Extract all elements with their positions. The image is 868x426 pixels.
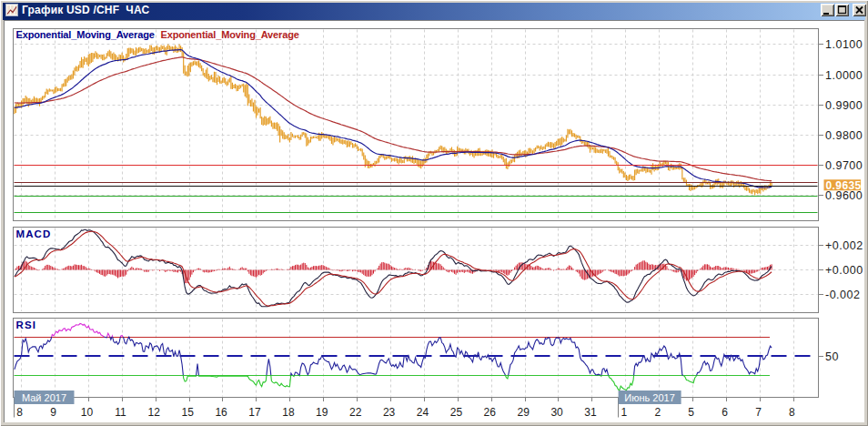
minimize-icon	[821, 4, 835, 16]
month-label: Май 2017	[22, 392, 66, 403]
maximize-button[interactable]	[835, 4, 849, 16]
date-label: 1	[621, 406, 628, 419]
price-axis-label: 1.0000	[825, 69, 863, 82]
date-label: 10	[81, 406, 94, 419]
month-label: Июнь 2017	[624, 392, 675, 403]
chart-window-icon	[5, 4, 18, 16]
date-label: 2	[654, 406, 661, 419]
date-label: 24	[417, 406, 429, 419]
date-label: 12	[148, 406, 161, 419]
price-axis-label: 0.9800	[825, 129, 863, 142]
rsi-label: RSI	[16, 320, 36, 330]
rsi-axis-label: 50	[825, 350, 839, 363]
date-label: 7	[755, 406, 762, 419]
price-axis-label: 0.9700	[825, 159, 863, 172]
chart-canvas: Exponential_Moving_AverageExponential_Mo…	[5, 21, 864, 422]
date-label: 8	[16, 406, 23, 419]
date-label: 22	[349, 406, 362, 419]
minimize-button[interactable]	[821, 4, 834, 16]
maximize-icon	[835, 4, 850, 16]
date-label: 31	[584, 406, 597, 419]
date-label: 29	[518, 406, 530, 419]
rsi-line	[601, 375, 601, 376]
date-label: 18	[282, 406, 295, 419]
window-title: График USD /CHF ЧАС	[22, 4, 149, 16]
chart-window: График USD /CHF ЧАС Exponential_Moving_A…	[0, 0, 868, 426]
date-label: 19	[316, 406, 328, 419]
close-icon	[853, 4, 867, 16]
price-axis-label: 1.0100	[825, 38, 863, 51]
window-titlebar[interactable]: График USD /CHF ЧАС	[3, 3, 865, 20]
date-label: 26	[484, 406, 497, 419]
close-button[interactable]	[853, 4, 866, 16]
rsi-line	[104, 337, 106, 338]
date-label: 8	[789, 406, 795, 419]
current-price-label: 0.9635	[826, 179, 862, 192]
date-label: 15	[182, 406, 195, 419]
date-label: 5	[688, 406, 694, 419]
date-label: 25	[450, 406, 463, 419]
main-indicator-label-1: Exponential_Moving_Average	[16, 29, 155, 40]
date-label: 6	[722, 406, 728, 419]
rsi-line	[112, 336, 113, 337]
date-label: 16	[215, 406, 227, 419]
date-label: 9	[50, 406, 56, 419]
macd-label: MACD	[16, 228, 52, 239]
date-label: 23	[383, 406, 396, 419]
price-axis-label: 0.9900	[825, 99, 863, 112]
date-label: 17	[248, 406, 261, 419]
chart-client-area[interactable]: Exponential_Moving_AverageExponential_Mo…	[4, 20, 864, 422]
date-label: 11	[115, 406, 126, 419]
macd-axis-label: +0.002	[825, 239, 863, 252]
macd-axis-label: -0.002	[825, 289, 860, 301]
date-label: 30	[550, 406, 563, 419]
macd-axis-label: +0.000	[825, 264, 863, 277]
main-indicator-label-2: Exponential_Moving_Average	[161, 29, 299, 40]
